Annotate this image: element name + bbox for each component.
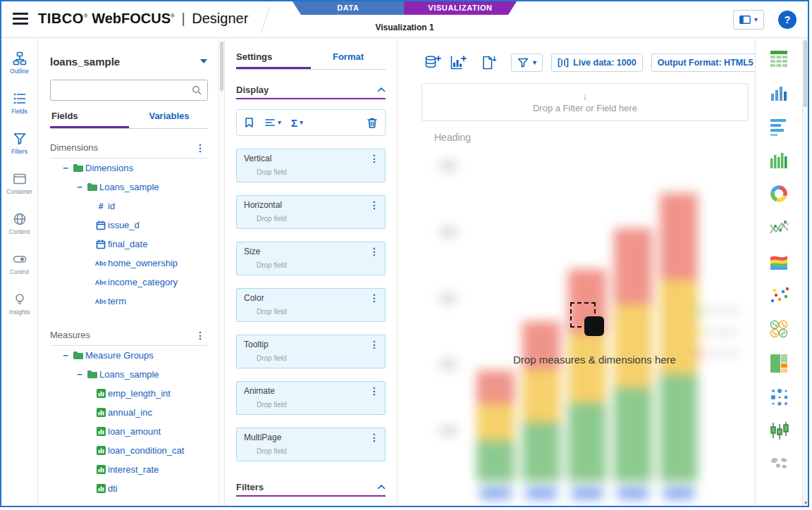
chart-type-bar[interactable] <box>766 80 792 105</box>
chart-type-data-grid[interactable] <box>766 46 792 71</box>
measure-item[interactable]: dti <box>50 479 208 498</box>
field-search[interactable] <box>50 80 208 101</box>
chart-type-horizontal-bar[interactable] <box>766 113 792 139</box>
chart-heading-placeholder[interactable]: Heading <box>434 132 471 143</box>
tab-data[interactable]: DATA <box>293 1 404 15</box>
chart-type-line[interactable] <box>766 215 792 240</box>
folder-icon <box>73 351 84 360</box>
bucket-horizontal[interactable]: Horizontal Drop field ⋮ <box>236 195 386 229</box>
bucket-color[interactable]: Color Drop field ⋮ <box>236 288 386 322</box>
filters-section-header[interactable]: Filters <box>236 478 386 497</box>
sidebar-item-control[interactable]: Control <box>1 248 37 288</box>
settings-tabs: Settings Format <box>236 51 386 70</box>
chart-type-circle-packing[interactable] <box>766 316 792 342</box>
live-data-icon <box>558 58 569 68</box>
kebab-menu-icon[interactable]: ⋮ <box>367 292 382 304</box>
filter-dropdown-button[interactable]: ▾ <box>511 54 543 72</box>
kebab-menu-icon[interactable]: ⋮ <box>367 199 382 211</box>
chart-type-treemap[interactable] <box>766 350 792 375</box>
measure-item[interactable]: interest_rate <box>50 460 208 479</box>
kebab-menu-icon[interactable]: ⋮ <box>367 153 382 164</box>
field-item[interactable]: Abc home_ownership <box>50 254 208 273</box>
chart-type-box-plot[interactable] <box>766 418 792 443</box>
chart-type-donut[interactable] <box>766 181 792 206</box>
search-input[interactable] <box>56 85 192 95</box>
measure-item[interactable]: emp_length_int <box>50 384 208 403</box>
kebab-menu-icon[interactable]: ⋮ <box>367 385 382 397</box>
filter-funnel-icon <box>13 132 27 146</box>
kebab-menu-icon[interactable]: ⋮ <box>367 339 382 350</box>
filter-drop-zone[interactable]: ↓ Drop a Filter or Field here <box>422 83 749 121</box>
tab-fields[interactable]: Fields <box>50 111 129 128</box>
registered-mark: ® <box>84 13 88 19</box>
tab-format[interactable]: Format <box>311 51 386 69</box>
display-section-header[interactable]: Display <box>236 81 386 99</box>
kebab-menu-icon[interactable]: ⋮ <box>192 142 208 154</box>
add-data-button[interactable] <box>424 55 441 70</box>
treemap-icon <box>769 353 789 373</box>
tab-visualization[interactable]: VISUALIZATION <box>404 1 517 15</box>
tree-folder[interactable]: − Loans_sample <box>50 178 208 197</box>
drop-field-placeholder: Drop field <box>257 261 378 269</box>
bucket-tooltip[interactable]: Tooltip Drop field ⋮ <box>236 335 386 368</box>
collapse-icon[interactable]: − <box>74 182 85 192</box>
measure-item[interactable]: loan_amount <box>50 422 208 441</box>
chart-type-dot-plot[interactable] <box>766 384 792 409</box>
scrollbar-thumb[interactable] <box>804 40 807 107</box>
chart-type-column[interactable] <box>766 147 792 173</box>
data-panel-scrollbar[interactable] <box>218 39 225 506</box>
measure-item[interactable]: annual_inc <box>50 403 208 422</box>
trash-icon <box>367 117 378 129</box>
tab-settings[interactable]: Settings <box>236 51 311 69</box>
bucket-size[interactable]: Size Drop field ⋮ <box>236 242 386 275</box>
live-data-button[interactable]: Live data: 1000 <box>551 54 643 72</box>
sidebar-item-container[interactable]: Container <box>1 168 37 208</box>
tab-variables[interactable]: Variables <box>129 111 208 128</box>
mark-button[interactable] <box>244 117 254 128</box>
field-item[interactable]: # id <box>50 197 208 216</box>
chart-type-stacked-area[interactable] <box>766 249 792 274</box>
help-button[interactable]: ? <box>778 11 796 29</box>
tree-folder[interactable]: − Loans_sample <box>50 365 208 384</box>
chart-type-scatter[interactable] <box>766 282 792 308</box>
bucket-animate[interactable]: Animate Drop field ⋮ <box>236 381 386 415</box>
hamburger-menu-icon[interactable] <box>13 13 28 25</box>
chart-type-map[interactable] <box>766 452 792 477</box>
tree-folder[interactable]: − Measure Groups <box>50 346 208 365</box>
collapse-icon[interactable]: − <box>60 350 71 361</box>
drop-field-placeholder: Drop field <box>257 215 378 223</box>
measure-item[interactable]: loan_condition_cat <box>50 441 208 460</box>
sigma-icon: Σ <box>291 117 297 129</box>
page-options-button[interactable] <box>481 55 497 70</box>
panel-layout-button[interactable]: ▾ <box>733 10 764 30</box>
sidebar-item-outline[interactable]: Outline <box>1 47 37 87</box>
scrollbar-thumb[interactable] <box>220 42 223 91</box>
output-format-button[interactable]: Output Format: HTML5 ▾ <box>651 54 768 72</box>
bucket-vertical[interactable]: Vertical Drop field ⋮ <box>236 149 386 182</box>
scroll-down-arrow-icon[interactable]: ▼ <box>803 501 808 505</box>
folder-icon <box>87 182 98 192</box>
brand-tibco: TIBCO <box>38 11 84 26</box>
kebab-menu-icon[interactable]: ⋮ <box>367 432 382 443</box>
field-item[interactable]: final_date <box>50 235 208 254</box>
collapse-icon[interactable]: − <box>74 369 85 380</box>
field-item[interactable]: Abc term <box>50 292 208 311</box>
aggregation-dropdown[interactable]: Σ▾ <box>291 117 303 129</box>
sidebar-item-insights[interactable]: Insights <box>1 288 37 328</box>
add-visualization-button[interactable] <box>450 55 467 70</box>
kebab-menu-icon[interactable]: ⋮ <box>367 246 382 257</box>
sidebar-item-fields[interactable]: Fields <box>1 87 37 128</box>
chart-placeholder[interactable]: Drop measures & dimensions here <box>439 146 750 506</box>
tree-folder[interactable]: − Dimensions <box>50 158 208 178</box>
sidebar-item-filters[interactable]: Filters <box>1 128 37 168</box>
kebab-menu-icon[interactable]: ⋮ <box>192 330 208 341</box>
field-item[interactable]: issue_d <box>50 216 208 235</box>
sidebar-item-content[interactable]: Content <box>1 208 37 248</box>
main-scrollbar[interactable]: ▼ <box>802 39 808 506</box>
data-source-selector[interactable]: loans_sample <box>50 51 208 71</box>
delete-button[interactable] <box>367 117 378 129</box>
alignment-dropdown[interactable]: ▾ <box>264 118 281 128</box>
collapse-icon[interactable]: − <box>60 163 71 173</box>
field-item[interactable]: Abc income_category <box>50 273 208 292</box>
bucket-multipage[interactable]: MultiPage Drop field ⋮ <box>236 428 386 461</box>
